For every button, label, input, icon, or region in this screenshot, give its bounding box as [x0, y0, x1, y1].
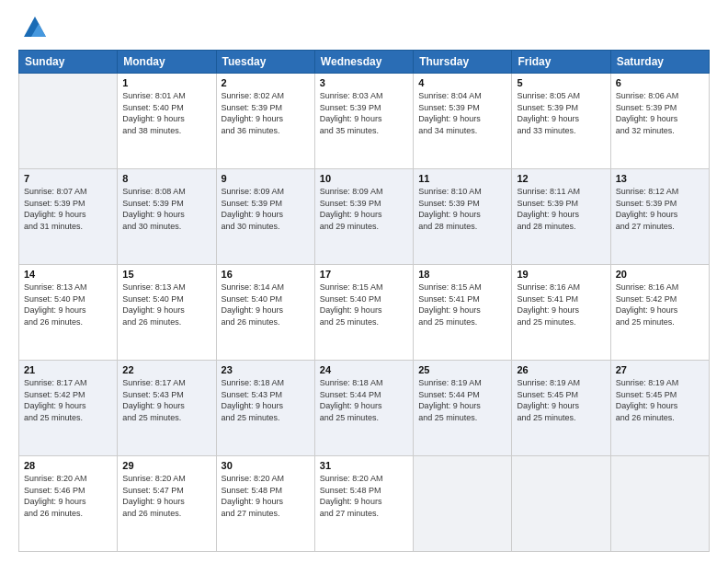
day-info: Sunrise: 8:09 AM Sunset: 5:39 PM Dayligh… [320, 186, 408, 232]
day-number: 5 [517, 77, 605, 88]
calendar-cell [414, 456, 512, 552]
header [18, 15, 710, 40]
calendar-cell: 29Sunrise: 8:20 AM Sunset: 5:47 PM Dayli… [118, 456, 216, 552]
calendar-cell [512, 456, 610, 552]
calendar-week-1: 7Sunrise: 8:07 AM Sunset: 5:39 PM Daylig… [19, 169, 710, 265]
calendar-cell: 16Sunrise: 8:14 AM Sunset: 5:40 PM Dayli… [216, 265, 314, 361]
calendar-cell: 31Sunrise: 8:20 AM Sunset: 5:48 PM Dayli… [314, 456, 413, 552]
calendar-cell: 24Sunrise: 8:18 AM Sunset: 5:44 PM Dayli… [314, 361, 413, 456]
day-number: 8 [122, 173, 210, 184]
day-info: Sunrise: 8:01 AM Sunset: 5:40 PM Dayligh… [122, 90, 210, 136]
day-info: Sunrise: 8:16 AM Sunset: 5:41 PM Dayligh… [517, 282, 605, 327]
calendar-cell: 10Sunrise: 8:09 AM Sunset: 5:39 PM Dayli… [314, 169, 413, 265]
calendar-cell: 3Sunrise: 8:03 AM Sunset: 5:39 PM Daylig… [314, 74, 413, 169]
day-info: Sunrise: 8:04 AM Sunset: 5:39 PM Dayligh… [418, 90, 506, 136]
day-number: 21 [24, 364, 112, 375]
weekday-wednesday: Wednesday [314, 51, 413, 74]
day-number: 6 [616, 77, 704, 88]
day-number: 10 [320, 173, 408, 184]
day-info: Sunrise: 8:18 AM Sunset: 5:43 PM Dayligh… [222, 377, 310, 423]
day-info: Sunrise: 8:07 AM Sunset: 5:39 PM Dayligh… [24, 186, 112, 232]
day-number: 25 [418, 364, 506, 375]
calendar-cell: 25Sunrise: 8:19 AM Sunset: 5:44 PM Dayli… [414, 361, 512, 456]
calendar-cell: 11Sunrise: 8:10 AM Sunset: 5:39 PM Dayli… [414, 169, 512, 265]
day-number: 24 [320, 364, 408, 375]
day-info: Sunrise: 8:02 AM Sunset: 5:39 PM Dayligh… [222, 90, 310, 136]
calendar-cell [610, 456, 709, 552]
day-info: Sunrise: 8:13 AM Sunset: 5:40 PM Dayligh… [24, 282, 112, 327]
day-info: Sunrise: 8:19 AM Sunset: 5:45 PM Dayligh… [616, 377, 704, 423]
weekday-tuesday: Tuesday [216, 51, 314, 74]
day-info: Sunrise: 8:17 AM Sunset: 5:42 PM Dayligh… [24, 377, 112, 423]
weekday-header-row: SundayMondayTuesdayWednesdayThursdayFrid… [19, 51, 710, 74]
day-number: 31 [320, 460, 408, 471]
day-info: Sunrise: 8:14 AM Sunset: 5:40 PM Dayligh… [222, 282, 310, 327]
calendar-cell: 5Sunrise: 8:05 AM Sunset: 5:39 PM Daylig… [512, 74, 610, 169]
day-number: 19 [517, 269, 605, 280]
calendar-cell: 30Sunrise: 8:20 AM Sunset: 5:48 PM Dayli… [216, 456, 314, 552]
day-number: 29 [122, 460, 210, 471]
calendar-cell: 8Sunrise: 8:08 AM Sunset: 5:39 PM Daylig… [118, 169, 216, 265]
day-number: 1 [122, 77, 210, 88]
day-number: 28 [24, 460, 112, 471]
calendar-cell: 19Sunrise: 8:16 AM Sunset: 5:41 PM Dayli… [512, 265, 610, 361]
calendar-cell: 21Sunrise: 8:17 AM Sunset: 5:42 PM Dayli… [19, 361, 118, 456]
day-info: Sunrise: 8:20 AM Sunset: 5:48 PM Dayligh… [222, 473, 310, 519]
calendar-week-2: 14Sunrise: 8:13 AM Sunset: 5:40 PM Dayli… [19, 265, 710, 361]
logo-icon [22, 15, 48, 40]
calendar-cell: 13Sunrise: 8:12 AM Sunset: 5:39 PM Dayli… [610, 169, 709, 265]
calendar-week-4: 28Sunrise: 8:20 AM Sunset: 5:46 PM Dayli… [19, 456, 710, 552]
calendar-table: SundayMondayTuesdayWednesdayThursdayFrid… [18, 50, 710, 552]
day-number: 30 [222, 460, 310, 471]
calendar-cell: 26Sunrise: 8:19 AM Sunset: 5:45 PM Dayli… [512, 361, 610, 456]
calendar-cell: 28Sunrise: 8:20 AM Sunset: 5:46 PM Dayli… [19, 456, 118, 552]
day-number: 13 [616, 173, 704, 184]
calendar-cell: 6Sunrise: 8:06 AM Sunset: 5:39 PM Daylig… [610, 74, 709, 169]
day-number: 18 [418, 269, 506, 280]
weekday-thursday: Thursday [414, 51, 512, 74]
day-info: Sunrise: 8:19 AM Sunset: 5:44 PM Dayligh… [418, 377, 506, 423]
calendar-cell: 12Sunrise: 8:11 AM Sunset: 5:39 PM Dayli… [512, 169, 610, 265]
day-number: 20 [616, 269, 704, 280]
day-info: Sunrise: 8:15 AM Sunset: 5:40 PM Dayligh… [320, 282, 408, 327]
day-number: 11 [418, 173, 506, 184]
day-number: 26 [517, 364, 605, 375]
day-number: 3 [320, 77, 408, 88]
page: SundayMondayTuesdayWednesdayThursdayFrid… [0, 0, 728, 563]
weekday-friday: Friday [512, 51, 610, 74]
calendar-cell: 2Sunrise: 8:02 AM Sunset: 5:39 PM Daylig… [216, 74, 314, 169]
day-number: 7 [24, 173, 112, 184]
calendar-cell: 22Sunrise: 8:17 AM Sunset: 5:43 PM Dayli… [118, 361, 216, 456]
day-info: Sunrise: 8:08 AM Sunset: 5:39 PM Dayligh… [122, 186, 210, 232]
day-number: 14 [24, 269, 112, 280]
calendar-week-0: 1Sunrise: 8:01 AM Sunset: 5:40 PM Daylig… [19, 74, 710, 169]
calendar-cell: 7Sunrise: 8:07 AM Sunset: 5:39 PM Daylig… [19, 169, 118, 265]
day-number: 2 [222, 77, 310, 88]
day-info: Sunrise: 8:15 AM Sunset: 5:41 PM Dayligh… [418, 282, 506, 327]
calendar-cell: 4Sunrise: 8:04 AM Sunset: 5:39 PM Daylig… [414, 74, 512, 169]
day-info: Sunrise: 8:06 AM Sunset: 5:39 PM Dayligh… [616, 90, 704, 136]
day-info: Sunrise: 8:20 AM Sunset: 5:46 PM Dayligh… [24, 473, 112, 519]
calendar-cell: 23Sunrise: 8:18 AM Sunset: 5:43 PM Dayli… [216, 361, 314, 456]
calendar-cell: 1Sunrise: 8:01 AM Sunset: 5:40 PM Daylig… [118, 74, 216, 169]
day-info: Sunrise: 8:09 AM Sunset: 5:39 PM Dayligh… [222, 186, 310, 232]
day-number: 17 [320, 269, 408, 280]
day-info: Sunrise: 8:20 AM Sunset: 5:48 PM Dayligh… [320, 473, 408, 519]
day-info: Sunrise: 8:11 AM Sunset: 5:39 PM Dayligh… [517, 186, 605, 232]
day-info: Sunrise: 8:19 AM Sunset: 5:45 PM Dayligh… [517, 377, 605, 423]
calendar-week-3: 21Sunrise: 8:17 AM Sunset: 5:42 PM Dayli… [19, 361, 710, 456]
day-info: Sunrise: 8:17 AM Sunset: 5:43 PM Dayligh… [122, 377, 210, 423]
day-info: Sunrise: 8:10 AM Sunset: 5:39 PM Dayligh… [418, 186, 506, 232]
day-number: 15 [122, 269, 210, 280]
day-number: 12 [517, 173, 605, 184]
day-number: 4 [418, 77, 506, 88]
day-number: 23 [222, 364, 310, 375]
day-number: 27 [616, 364, 704, 375]
calendar-body: 1Sunrise: 8:01 AM Sunset: 5:40 PM Daylig… [19, 74, 710, 552]
day-info: Sunrise: 8:03 AM Sunset: 5:39 PM Dayligh… [320, 90, 408, 136]
calendar-cell: 14Sunrise: 8:13 AM Sunset: 5:40 PM Dayli… [19, 265, 118, 361]
calendar-cell: 15Sunrise: 8:13 AM Sunset: 5:40 PM Dayli… [118, 265, 216, 361]
calendar-cell [19, 74, 118, 169]
day-number: 22 [122, 364, 210, 375]
calendar-cell: 17Sunrise: 8:15 AM Sunset: 5:40 PM Dayli… [314, 265, 413, 361]
